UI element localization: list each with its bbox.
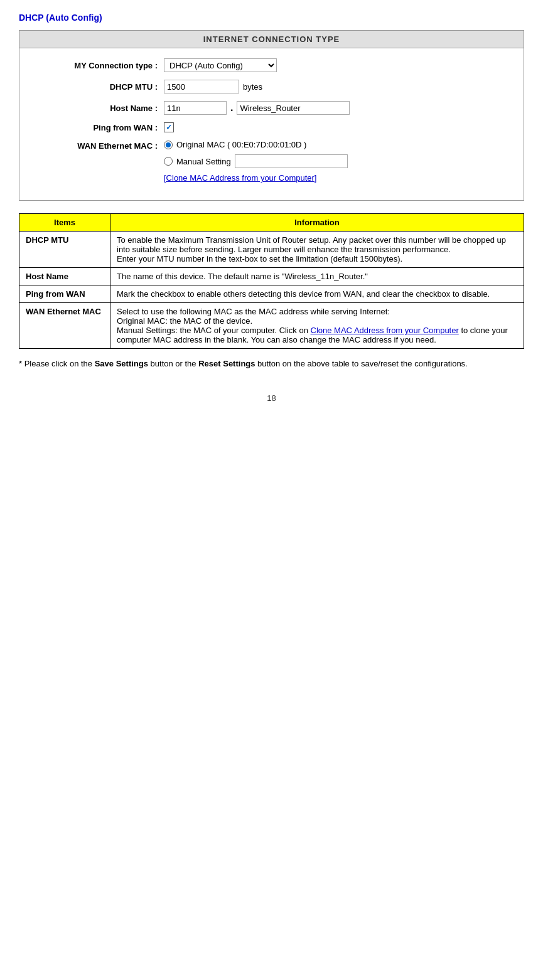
manual-setting-label: Manual Setting (176, 157, 231, 166)
connection-type-box: INTERNET CONNECTION TYPE MY Connection t… (19, 30, 524, 201)
manual-setting-row: Manual Setting (164, 154, 348, 168)
info-wan-mac: Select to use the following MAC as the M… (110, 303, 524, 349)
host-name-label: Host Name : (32, 104, 158, 113)
host-name-input1[interactable] (164, 101, 227, 115)
dhcp-mtu-label: DHCP MTU : (32, 82, 158, 92)
ping-from-wan-row: Ping from WAN : (32, 122, 511, 132)
footer-note: * Please click on the Save Settings butt… (19, 359, 524, 368)
host-name-fields: . (164, 101, 350, 115)
wan-ethernet-mac-row: WAN Ethernet MAC : Original MAC ( 00:E0:… (32, 140, 511, 183)
original-mac-radio[interactable] (164, 141, 173, 149)
clone-mac-row: [Clone MAC Address from your Computer] (164, 173, 348, 183)
save-settings-bold: Save Settings (95, 359, 148, 368)
table-row: Host Name The name of this device. The d… (19, 268, 524, 285)
connection-type-row: MY Connection type : DHCP (Auto Config) (32, 58, 511, 72)
info-table: Items Information DHCP MTU To enable the… (19, 213, 524, 349)
col-info-header: Information (110, 214, 524, 232)
wan-mac-label: WAN Ethernet MAC : (32, 140, 158, 151)
mac-options: Original MAC ( 00:E0:7D:00:01:0D ) Manua… (164, 140, 348, 183)
item-wan-mac: WAN Ethernet MAC (19, 303, 110, 349)
original-mac-row: Original MAC ( 00:E0:7D:00:01:0D ) (164, 140, 348, 149)
host-name-row: Host Name : . (32, 101, 511, 115)
item-ping-wan: Ping from WAN (19, 285, 110, 303)
table-row: DHCP MTU To enable the Maximum Transmiss… (19, 232, 524, 268)
ping-from-wan-checkbox[interactable] (164, 122, 174, 132)
connection-box-header: INTERNET CONNECTION TYPE (19, 31, 524, 48)
dhcp-mtu-input[interactable] (164, 80, 239, 93)
page-title: DHCP (Auto Config) (19, 13, 524, 23)
connection-type-label: MY Connection type : (32, 61, 158, 70)
info-dhcp-mtu: To enable the Maximum Transmission Unit … (110, 232, 524, 268)
connection-box-body: MY Connection type : DHCP (Auto Config) … (19, 48, 524, 200)
dhcp-mtu-info-text: To enable the Maximum Transmission Unit … (117, 235, 506, 264)
item-host-name: Host Name (19, 268, 110, 285)
host-name-input2[interactable] (237, 101, 350, 115)
ping-wan-info-text: Mark the checkbox to enable others detec… (117, 289, 490, 299)
info-host-name: The name of this device. The default nam… (110, 268, 524, 285)
col-items-header: Items (19, 214, 110, 232)
dhcp-mtu-row: DHCP MTU : bytes (32, 80, 511, 93)
original-mac-label: Original MAC ( 00:E0:7D:00:01:0D ) (176, 140, 306, 149)
dot-separator: . (230, 102, 233, 114)
manual-mac-input[interactable] (235, 154, 348, 168)
host-name-info-text: The name of this device. The default nam… (117, 272, 368, 281)
bytes-label: bytes (243, 82, 262, 92)
reset-settings-bold: Reset Settings (198, 359, 255, 368)
info-ping-wan: Mark the checkbox to enable others detec… (110, 285, 524, 303)
ping-from-wan-label: Ping from WAN : (32, 123, 158, 132)
table-row: Ping from WAN Mark the checkbox to enabl… (19, 285, 524, 303)
manual-setting-radio[interactable] (164, 157, 173, 166)
clone-mac-info-link[interactable]: Clone MAC Address from your Computer (311, 326, 459, 335)
connection-type-select[interactable]: DHCP (Auto Config) (164, 58, 277, 72)
clone-mac-link[interactable]: [Clone MAC Address from your Computer] (164, 173, 316, 183)
table-header-row: Items Information (19, 214, 524, 232)
item-dhcp-mtu: DHCP MTU (19, 232, 110, 268)
page-number: 18 (19, 393, 524, 403)
table-row: WAN Ethernet MAC Select to use the follo… (19, 303, 524, 349)
